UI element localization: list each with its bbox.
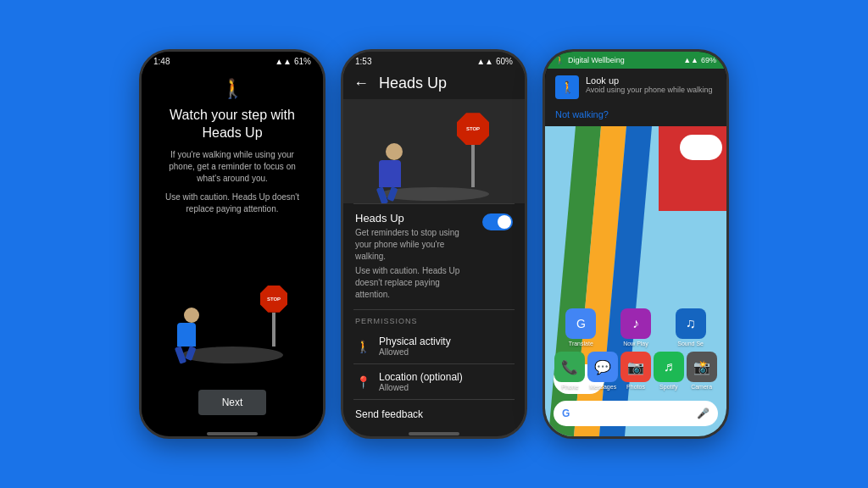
phone-1: 1:48 ▲▲ 61% 🚶 Watch your step with Heads… [139,49,326,439]
heads-up-caution: Use with caution. Heads Up doesn't repla… [355,265,476,301]
photos-label: Photos [626,384,645,390]
phone-2-body: ← Heads Up STOP [343,68,525,429]
walk-icon-top: 🚶 [221,78,244,100]
nowplay-icon[interactable]: ♪ [620,308,651,339]
notif-icon: 🚶 [555,75,579,99]
heads-up-section: Heads Up Get reminders to stop using you… [343,203,525,309]
battery-2: 60% [496,57,513,66]
wallpaper: G Translate ♪ Now Play ♫ Sound Se 📞 [545,126,726,436]
activity-icon: 🚶 [355,340,370,353]
notif-title: Look up [586,75,712,86]
location-icon: 📍 [355,375,370,389]
leg-back-2 [376,186,388,202]
app-grid: G Translate ♪ Now Play ♫ Sound Se 📞 [545,308,726,390]
home-indicator-2 [409,432,459,435]
app-name: Digital Wellbeing [568,56,625,64]
nowplay-label: Now Play [623,341,648,347]
stop-sign-2: STOP [457,113,489,187]
app-soundse[interactable]: ♫ Sound Se [670,308,712,347]
permission-row-activity: 🚶 Physical activity Allowed [343,329,525,363]
heads-up-text-block: Heads Up Get reminders to stop using you… [355,212,482,301]
camera-label: Camera [691,384,712,390]
notification-card: 🚶 Look up Avoid using your phone while w… [545,69,726,106]
walk-scene-1: STOP [169,243,296,370]
phone-2: 1:53 ▲▲ 60% ← Heads Up STOP [341,49,527,439]
location-status: Allowed [379,383,463,392]
app-translate[interactable]: G Translate [559,308,602,347]
time-2: 1:53 [355,57,371,66]
stop-pole-1 [272,313,275,347]
spotify-label: Spotify [659,384,677,390]
notif-subtitle: Avoid using your phone while walking [586,86,712,94]
photos-icon[interactable]: 📷 [620,352,651,382]
toggle-knob [498,215,511,229]
person-1 [177,308,199,347]
status-icons-1: ▲▲ 61% [275,57,311,66]
signal-icon-3: ▲▲ [683,56,698,64]
search-bar[interactable]: G 🎤 [554,401,718,426]
messages-icon[interactable]: 💬 [587,352,618,382]
signal-icon-1: ▲▲ [275,57,292,66]
battery-1: 61% [294,57,311,66]
stop-text-1: STOP [267,297,281,302]
phone-label: Phone [561,384,578,390]
illustration-area-1: STOP [157,224,308,390]
person-2 [379,143,403,187]
send-feedback-row[interactable]: Send feedback [343,400,525,429]
google-logo: G [562,408,570,419]
next-button[interactable]: Next [198,390,267,415]
stop-pole-2 [471,145,475,187]
time-1: 1:48 [153,57,170,66]
soundse-label: Sound Se [677,341,704,347]
walk-scene-2: STOP [366,99,502,203]
permissions-label: PERMISSIONS [343,310,525,329]
location-name: Location (optional) [379,371,463,383]
activity-name: Physical activity [379,336,451,347]
phone-2-header: ← Heads Up [343,68,525,99]
translate-icon[interactable]: G [565,308,596,339]
phone-1-caution: Use with caution. Heads Up doesn't repla… [157,191,308,215]
heads-up-toggle[interactable] [482,214,513,230]
stop-octagon-2: STOP [457,113,489,145]
activity-status: Allowed [379,347,451,357]
green-sb-right: ▲▲ 69% [683,56,716,64]
phone-1-desc: If you're walking while using your phone… [157,149,308,185]
app-messages[interactable]: 💬 Messages [587,352,620,390]
phone-1-title: Watch your step with Heads Up [157,107,308,142]
signal-icon-2: ▲▲ [476,57,493,66]
not-walking-link[interactable]: Not walking? [545,106,726,126]
heads-up-sublabel: Get reminders to stop using your phone w… [355,227,476,263]
phone-2-title: Heads Up [379,75,447,92]
stop-sign-1: STOP [260,286,287,347]
phone-2-illustration: STOP [343,99,525,203]
cloud-1 [680,135,722,160]
back-arrow[interactable]: ← [353,75,369,92]
shadow-1 [181,347,283,363]
spotify-icon[interactable]: ♬ [654,352,684,382]
search-mic-icon[interactable]: 🎤 [697,408,709,419]
person-head-1 [184,308,199,323]
stop-octagon-1: STOP [260,286,287,313]
leg-back-1 [175,346,186,364]
app-row-2: 📞 Phone 💬 Messages 📷 Photos ♬ Spotify [554,352,718,390]
app-row-1: G Translate ♪ Now Play ♫ Sound Se [554,308,718,347]
person-body-2 [379,160,401,187]
app-phone[interactable]: 📞 Phone [554,352,587,390]
phone-icon[interactable]: 📞 [554,352,585,382]
app-photos[interactable]: 📷 Photos [620,352,653,390]
person-legs-1 [177,347,194,363]
soundse-icon[interactable]: ♫ [676,308,706,339]
app-camera[interactable]: 📸 Camera [685,352,718,390]
location-text: Location (optional) Allowed [379,371,463,392]
person-body-1 [177,323,196,347]
status-icons-2: ▲▲ 60% [476,57,513,66]
messages-label: Messages [589,384,616,390]
status-bar-1: 1:48 ▲▲ 61% [142,52,323,68]
app-spotify[interactable]: ♬ Spotify [652,352,685,390]
green-sb-left: 🚶 Digital Wellbeing [555,56,625,64]
camera-icon[interactable]: 📸 [687,352,717,382]
green-status-bar: 🚶 Digital Wellbeing ▲▲ 69% [545,52,726,69]
permission-row-location: 📍 Location (optional) Allowed [343,364,525,399]
app-nowplay[interactable]: ♪ Now Play [615,308,657,347]
phone-3-body: 🚶 Digital Wellbeing ▲▲ 69% 🚶 Look up Avo… [545,52,726,436]
